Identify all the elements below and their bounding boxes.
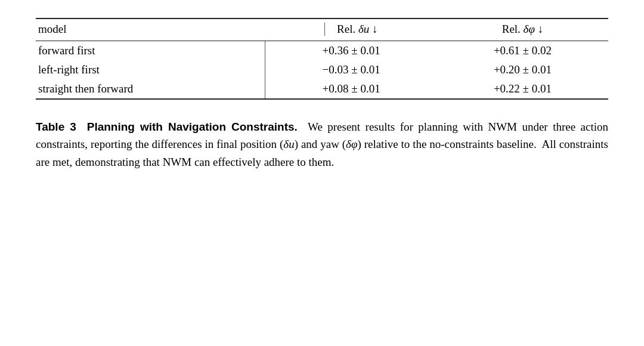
table-row: straight then forward +0.08 ± 0.01 +0.22…	[36, 79, 608, 99]
row-model-3: straight then forward	[36, 79, 265, 99]
row-rel-delta-phi-1: +0.61 ± 0.02	[437, 41, 608, 61]
row-model-2: left-right first	[36, 60, 265, 79]
row-model-1: forward first	[36, 41, 265, 61]
col-header-model: model	[36, 18, 265, 41]
row-rel-delta-u-1: +0.36 ± 0.01	[265, 41, 437, 61]
row-rel-delta-phi-2: +0.20 ± 0.01	[437, 60, 608, 79]
table-row: left-right first −0.03 ± 0.01 +0.20 ± 0.…	[36, 60, 608, 79]
col-header-rel-delta-phi: Rel. δφ ↓	[437, 18, 608, 41]
row-rel-delta-phi-3: +0.22 ± 0.01	[437, 79, 608, 99]
table-caption: Table 3 Planning with Navigation Constra…	[36, 118, 608, 171]
caption-label: Table 3 Planning with Navigation Constra…	[36, 121, 303, 133]
results-table: model Rel. δu ↓ Rel. δφ ↓ forward first …	[36, 18, 608, 101]
row-rel-delta-u-3: +0.08 ± 0.01	[265, 79, 437, 99]
page-content: model Rel. δu ↓ Rel. δφ ↓ forward first …	[36, 18, 608, 171]
row-rel-delta-u-2: −0.03 ± 0.01	[265, 60, 437, 79]
table-row: forward first +0.36 ± 0.01 +0.61 ± 0.02	[36, 41, 608, 61]
col-header-rel-delta-u: Rel. δu ↓	[265, 18, 437, 41]
